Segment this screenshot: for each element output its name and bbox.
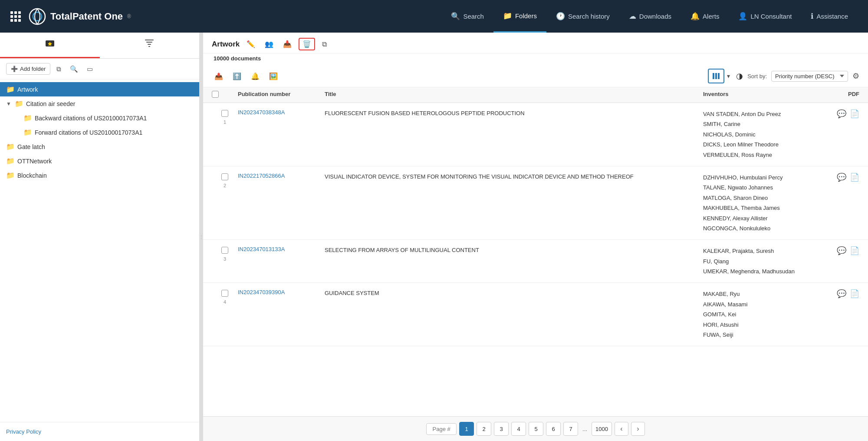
sort-label: Sort by: (747, 73, 767, 80)
nav-search-history[interactable]: 🕐 Search history (546, 0, 619, 33)
page-3-button[interactable]: 3 (494, 422, 509, 436)
nav-alerts[interactable]: 🔔 Alerts (681, 0, 729, 33)
sidebar-tab-filter[interactable] (100, 33, 200, 58)
sidebar-item-citation-air-seeder[interactable]: ▼ 📁 Citation air seeder (0, 96, 199, 111)
table-header: Publication number Title Inventors PDF (203, 87, 868, 103)
row-2-pdf-icon[interactable]: 📄 (850, 172, 859, 182)
add-folder-icon: ➕ (11, 66, 18, 72)
add-folder-button[interactable]: ➕ Add folder (6, 63, 50, 75)
row-3-checkbox[interactable] (221, 247, 228, 254)
nav-folders[interactable]: 📁 Folders (493, 0, 546, 33)
view-toggle: ▾ (708, 69, 732, 83)
sidebar-item-artwork[interactable]: 📁 Artwork (0, 82, 199, 96)
nav-ln-consultant-label: LN Consultant (750, 13, 792, 20)
chevron-down-icon: ▼ (6, 101, 11, 107)
folder-title: Artwork (212, 40, 240, 49)
page-number-input[interactable] (426, 423, 457, 435)
export-icon[interactable]: 📤 (212, 70, 226, 82)
page-2-button[interactable]: 2 (477, 422, 491, 436)
select-all-checkbox[interactable] (212, 91, 219, 98)
sidebar-item-backward-label: Backward citations of US20100017073A1 (35, 115, 147, 122)
header-inventors: Inventors (703, 91, 825, 99)
search-history-nav-icon: 🕐 (556, 12, 565, 21)
row-2-note-icon[interactable]: 💬 (837, 172, 846, 182)
expand-collapse-icon[interactable]: ▭ (84, 63, 95, 75)
nav-ln-consultant[interactable]: 👤 LN Consultant (729, 0, 801, 33)
sidebar-item-artwork-label: Artwork (17, 86, 38, 93)
row-3-note-icon[interactable]: 💬 (837, 246, 846, 255)
row-1-note-icon[interactable]: 💬 (837, 109, 846, 119)
row-2-actions: 💬 📄 (825, 172, 859, 182)
page-4-button[interactable]: 4 (511, 422, 526, 436)
image-icon[interactable]: 🖼️ (266, 70, 280, 82)
folder-icon-blockchain: 📁 (6, 171, 15, 179)
row-4-pub-number[interactable]: IN202347039390A (238, 289, 325, 295)
main-layout: ➕ Add folder ⧉ 🔍 ▭ 📁 Artwork ▼ 📁 Citatio… (0, 33, 868, 441)
starred-folder-icon (45, 38, 55, 48)
grid-menu-icon[interactable] (10, 11, 21, 22)
nav-search[interactable]: 🔍 Search (441, 0, 493, 33)
nav-assistance-label: Assistance (816, 13, 848, 20)
sidebar-item-blockchain-label: Blockchain (17, 172, 47, 179)
row-1-checkbox[interactable] (221, 110, 228, 117)
sidebar-tab-folders[interactable] (0, 33, 100, 58)
pagination-next-button[interactable]: › (631, 422, 645, 436)
table-row: 2 IN202217052866A VISUAL INDICATOR DEVIC… (203, 166, 868, 240)
duplicate-icon[interactable]: ⧉ (319, 39, 329, 50)
edit-icon[interactable]: ✏️ (244, 38, 258, 50)
privacy-policy-link[interactable]: Privacy Policy (6, 428, 41, 435)
navbar: TotalPatent One® 🔍 Search 📁 Folders 🕐 Se… (0, 0, 868, 33)
manage-users-icon[interactable]: 👥 (262, 38, 276, 50)
delete-button[interactable]: 🗑️ (299, 38, 315, 50)
folder-icon-forward: 📁 (23, 128, 32, 136)
row-3-inventors: KALEKAR, Prajakta, Suresh FU, Qiang UMEK… (703, 246, 825, 276)
nav-assistance[interactable]: ℹ Assistance (801, 0, 858, 33)
row-1-pub-number[interactable]: IN202347038348A (238, 109, 325, 116)
app-logo: TotalPatent One® (29, 8, 131, 25)
nav-search-history-label: Search history (568, 13, 610, 20)
copy-icon[interactable]: ⧉ (54, 63, 64, 75)
nav-downloads[interactable]: ☁ Downloads (619, 0, 681, 33)
view-dropdown-chevron[interactable]: ▾ (725, 71, 732, 81)
header-pdf: PDF (825, 91, 859, 99)
row-num-3: 3 (212, 246, 238, 262)
page-6-button[interactable]: 6 (546, 422, 561, 436)
alert-icon[interactable]: 🔔 (248, 70, 262, 82)
row-1-inventors: VAN STADEN, Anton Du Preez SMITH, Carine… (703, 109, 825, 160)
sidebar-item-forward-citations[interactable]: 📁 Forward citations of US20100017073A1 (17, 125, 199, 139)
analytics-icon[interactable]: ◑ (736, 71, 743, 81)
page-1000-button[interactable]: 1000 (592, 422, 612, 436)
download-cloud-icon[interactable]: ⬆️ (230, 70, 244, 82)
row-4-note-icon[interactable]: 💬 (837, 289, 846, 298)
search-nav-icon: 🔍 (451, 12, 460, 21)
sort-select[interactable]: Priority number (DESC) Priority number (… (771, 71, 848, 82)
svg-rect-5 (715, 73, 717, 79)
sidebar: ➕ Add folder ⧉ 🔍 ▭ 📁 Artwork ▼ 📁 Citatio… (0, 33, 200, 441)
sidebar-item-ottnetwork-label: OTTNetwork (17, 158, 52, 165)
import-icon[interactable]: 📥 (280, 38, 294, 50)
page-1-button[interactable]: 1 (459, 422, 474, 436)
toolbar-right: ▾ ◑ Sort by: Priority number (DESC) Prio… (708, 69, 859, 83)
row-2-pub-number[interactable]: IN202217052866A (238, 172, 325, 179)
row-4-pdf-icon[interactable]: 📄 (850, 289, 859, 298)
row-3-pdf-icon[interactable]: 📄 (850, 246, 859, 255)
resize-handle[interactable]: ⋮ (200, 33, 203, 441)
sidebar-item-gate-latch[interactable]: 📁 Gate latch (0, 139, 199, 154)
content-header: Artwork ✏️ 👥 📥 🗑️ ⧉ (203, 33, 868, 53)
settings-icon[interactable]: ⚙ (852, 71, 859, 81)
page-5-button[interactable]: 5 (529, 422, 543, 436)
page-7-button[interactable]: 7 (563, 422, 578, 436)
content-area: Artwork ✏️ 👥 📥 🗑️ ⧉ 10000 documents 📤 ⬆️… (203, 33, 868, 441)
search-folder-icon[interactable]: 🔍 (67, 63, 81, 75)
sidebar-item-ottnetwork[interactable]: 📁 OTTNetwork (0, 154, 199, 168)
row-2-checkbox[interactable] (221, 173, 228, 180)
row-4-checkbox[interactable] (221, 290, 228, 297)
folder-icon-gate-latch: 📁 (6, 143, 15, 151)
sidebar-item-blockchain[interactable]: 📁 Blockchain (0, 168, 199, 182)
row-3-pub-number[interactable]: IN202347013133A (238, 246, 325, 252)
pagination-prev-button[interactable]: ‹ (615, 422, 628, 436)
sidebar-item-backward-citations[interactable]: 📁 Backward citations of US20100017073A1 (17, 111, 199, 125)
row-1-pdf-icon[interactable]: 📄 (850, 109, 859, 119)
column-view-button[interactable] (708, 69, 724, 83)
alerts-nav-icon: 🔔 (690, 12, 700, 21)
